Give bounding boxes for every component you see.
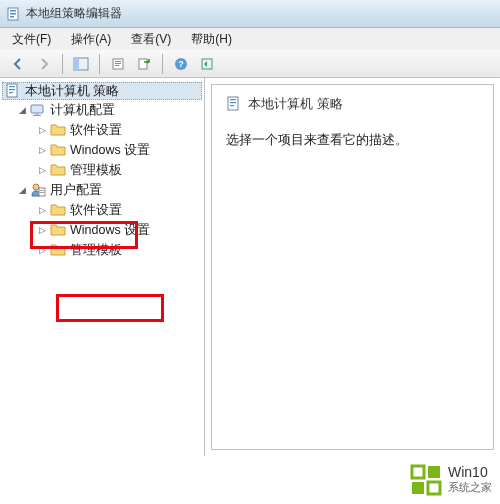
expander-icon[interactable]: ▷ [36,164,48,176]
content-title: 本地计算机 策略 [248,95,343,113]
window-title: 本地组策略编辑器 [26,5,122,22]
folder-icon [50,162,66,178]
tree-uc-software-label: 软件设置 [70,202,122,219]
tree-user-config[interactable]: ◢ 用户配置 [2,180,202,200]
tree-uc-admin[interactable]: ▷ 管理模板 [2,240,202,260]
folder-icon [50,242,66,258]
gpedit-doc-icon [5,83,21,99]
svg-rect-28 [230,105,234,106]
svg-rect-29 [412,466,424,478]
tree-cc-windows-label: Windows 设置 [70,142,150,159]
tree-root-label: 本地计算机 策略 [25,83,119,100]
back-button[interactable] [6,53,30,75]
tree-cc-admin-label: 管理模板 [70,162,122,179]
svg-rect-26 [230,99,236,100]
folder-icon [50,122,66,138]
svg-rect-16 [9,89,15,90]
folder-icon [50,142,66,158]
watermark-text: Win10 系统之家 [448,465,492,495]
menu-action[interactable]: 操作(A) [67,29,115,50]
tree-uc-software[interactable]: ▷ 软件设置 [2,200,202,220]
svg-rect-31 [412,482,424,494]
svg-point-21 [33,184,39,190]
menu-help[interactable]: 帮助(H) [187,29,236,50]
svg-rect-18 [31,105,43,113]
expander-icon[interactable]: ◢ [16,104,28,116]
tree-cc-admin[interactable]: ▷ 管理模板 [2,160,202,180]
titlebar: 本地组策略编辑器 [0,0,500,28]
tree-cc-software[interactable]: ▷ 软件设置 [2,120,202,140]
expander-icon[interactable]: ▷ [36,224,48,236]
svg-rect-5 [74,58,79,70]
svg-rect-15 [9,86,15,87]
svg-rect-10 [139,59,147,69]
gpedit-icon [6,6,22,22]
expander-icon[interactable]: ▷ [36,204,48,216]
tree-cc-software-label: 软件设置 [70,122,122,139]
gpedit-doc-icon [226,96,242,112]
tree-pane: 本地计算机 策略 ◢ 计算机配置 ▷ 软件设置 ▷ [0,78,205,456]
svg-rect-27 [230,102,236,103]
toolbar: ? [0,50,500,78]
tree-cc-label: 计算机配置 [50,102,115,119]
svg-rect-3 [10,16,14,18]
show-hide-tree-button[interactable] [69,53,93,75]
svg-rect-30 [428,466,440,478]
watermark: Win10 系统之家 [0,456,500,504]
content-pane: 本地计算机 策略 选择一个项目来查看它的描述。 [205,78,500,456]
tree-uc-label: 用户配置 [50,182,102,199]
svg-rect-25 [228,97,238,110]
expander-icon[interactable]: ▷ [36,144,48,156]
tree-uc-windows-label: Windows 设置 [70,222,150,239]
content-description: 选择一个项目来查看它的描述。 [226,131,479,149]
show-hide-tree-icon [73,57,89,71]
watermark-line1: Win10 [448,465,492,480]
refresh-button[interactable] [195,53,219,75]
back-icon [11,57,25,71]
folder-icon [50,202,66,218]
svg-rect-24 [40,192,44,193]
svg-rect-23 [40,190,44,191]
svg-rect-2 [10,13,16,15]
toolbar-separator-2 [99,54,100,74]
menu-file[interactable]: 文件(F) [8,29,55,50]
user-config-icon [30,182,46,198]
expander-icon[interactable]: ▷ [36,244,48,256]
properties-icon [111,57,125,71]
computer-config-icon [30,102,46,118]
expander-icon[interactable]: ◢ [16,184,28,196]
toolbar-separator [62,54,63,74]
tree-uc-windows[interactable]: ▷ Windows 设置 [2,220,202,240]
svg-rect-7 [115,61,121,62]
tree-cc-windows[interactable]: ▷ Windows 设置 [2,140,202,160]
menu-view[interactable]: 查看(V) [127,29,175,50]
tree-computer-config[interactable]: ◢ 计算机配置 [2,100,202,120]
tree-uc-admin-label: 管理模板 [70,242,122,259]
content-inner: 本地计算机 策略 选择一个项目来查看它的描述。 [211,84,494,450]
refresh-icon [200,57,214,71]
content-title-row: 本地计算机 策略 [226,95,479,113]
svg-rect-9 [115,65,119,66]
toolbar-separator-3 [162,54,163,74]
help-button[interactable]: ? [169,53,193,75]
body-area: 本地计算机 策略 ◢ 计算机配置 ▷ 软件设置 ▷ [0,78,500,456]
tree-root-node[interactable]: 本地计算机 策略 [2,82,202,100]
svg-rect-20 [33,115,41,116]
export-list-button[interactable] [132,53,156,75]
forward-icon [37,57,51,71]
svg-text:?: ? [178,59,184,69]
watermark-line2: 系统之家 [448,480,492,495]
watermark-logo-icon [410,464,442,496]
properties-button[interactable] [106,53,130,75]
svg-rect-1 [10,10,16,12]
svg-rect-14 [7,84,17,97]
expander-icon[interactable]: ▷ [36,124,48,136]
export-list-icon [137,57,151,71]
menubar: 文件(F) 操作(A) 查看(V) 帮助(H) [0,28,500,50]
forward-button[interactable] [32,53,56,75]
svg-rect-32 [428,482,440,494]
svg-rect-19 [35,113,39,115]
svg-rect-8 [115,63,121,64]
help-icon: ? [174,57,188,71]
folder-icon [50,222,66,238]
